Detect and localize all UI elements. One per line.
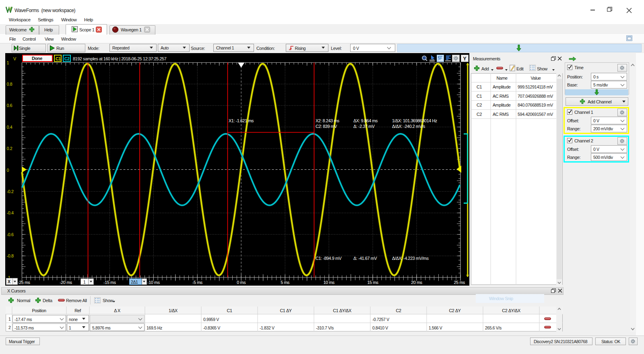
svg-text:Y: Y	[463, 56, 466, 62]
svg-text:C2: 839 mV: C2: 839 mV	[316, 124, 337, 129]
svg-text:V: V	[13, 56, 17, 61]
svg-text:ΔX: 9.864 ms: ΔX: 9.864 ms	[353, 118, 378, 123]
svg-text:15 ms: 15 ms	[367, 280, 378, 285]
svg-text:10 ms: 10 ms	[323, 280, 334, 285]
svg-text:0: 0	[7, 168, 9, 173]
svg-text:1/ΔX: 101.369863014 Hz: 1/ΔX: 101.369863014 Hz	[392, 118, 437, 123]
svg-text:C1: -894.9 mV: C1: -894.9 mV	[316, 256, 342, 261]
svg-text:Δ/ΔX: -4.223 mV/ms: Δ/ΔX: -4.223 mV/ms	[392, 256, 429, 261]
svg-text:-0.4: -0.4	[7, 210, 14, 215]
svg-text:-20 ms: -20 ms	[60, 280, 72, 285]
svg-text:-0.2: -0.2	[7, 189, 14, 194]
svg-text:25 ms: 25 ms	[454, 280, 465, 285]
svg-text:-25 ms: -25 ms	[18, 280, 31, 285]
svg-text:0.8: 0.8	[7, 82, 12, 86]
svg-text:5 ms: 5 ms	[281, 280, 290, 285]
svg-text:Δ: -2.37 mV: Δ: -2.37 mV	[353, 124, 375, 129]
svg-text:Δ/ΔX: -240.2 mV/s: Δ/ΔX: -240.2 mV/s	[392, 124, 425, 129]
svg-text:-0.6: -0.6	[7, 232, 14, 237]
svg-text:-5 ms: -5 ms	[192, 280, 203, 285]
svg-text:0 ms: 0 ms	[237, 280, 246, 285]
svg-text:-15 ms: -15 ms	[103, 280, 116, 285]
svg-text:0.2: 0.2	[7, 146, 12, 151]
svg-text:-0.8: -0.8	[7, 253, 14, 258]
svg-text:0.4: 0.4	[7, 125, 12, 130]
svg-text:Δ: -41.67 mV: Δ: -41.67 mV	[353, 256, 377, 261]
svg-text:20 ms: 20 ms	[411, 280, 422, 285]
svg-text:X2: 8.243 ms: X2: 8.243 ms	[316, 118, 340, 123]
svg-text:X1: -1.621 ms: X1: -1.621 ms	[229, 118, 254, 123]
svg-text:0.6: 0.6	[7, 103, 12, 108]
svg-text:-10 ms: -10 ms	[147, 280, 160, 285]
svg-text:1: 1	[7, 60, 9, 65]
